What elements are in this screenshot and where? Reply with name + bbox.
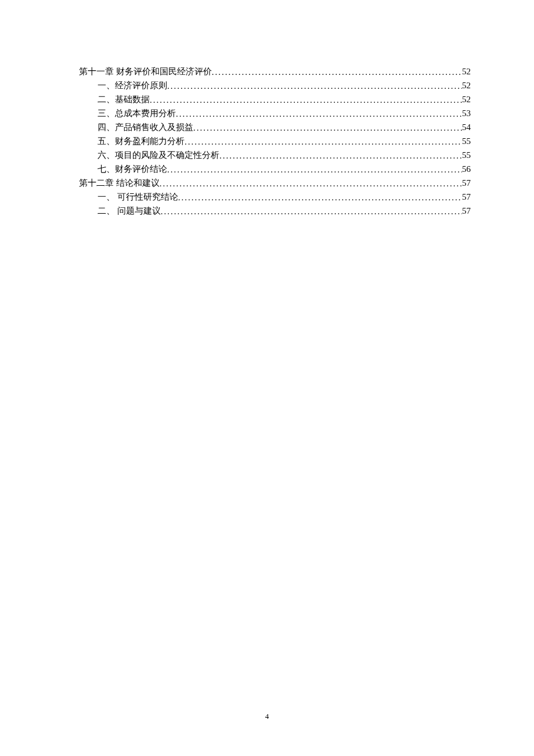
toc-leader-dots xyxy=(150,96,462,105)
toc-label: 二、基础数据 xyxy=(98,95,150,104)
toc-page-number: 57 xyxy=(462,179,471,188)
toc-label: 三、总成本费用分析 xyxy=(98,109,176,118)
toc-label: 一、 可行性研究结论 xyxy=(98,193,178,201)
page-footer-number: 4 xyxy=(0,712,534,721)
toc-entry: 二、 问题与建议 57 xyxy=(98,207,471,215)
toc-leader-dots xyxy=(160,179,462,188)
toc-label: 一、经济评价原则 xyxy=(98,81,167,90)
toc-entry: 二、基础数据 52 xyxy=(98,95,471,104)
toc-entry: 三、总成本费用分析 53 xyxy=(98,109,471,118)
toc-leader-dots xyxy=(193,124,462,132)
toc-entry: 四、产品销售收入及损益 54 xyxy=(98,123,471,132)
toc-page-number: 55 xyxy=(462,151,471,160)
toc-leader-dots xyxy=(161,207,462,216)
toc-entry: 第十一章 财务评价和国民经济评价 52 xyxy=(79,67,471,76)
toc-entry: 七、财务评价结论 56 xyxy=(98,165,471,174)
toc-page-number: 53 xyxy=(462,109,471,118)
toc-entry: 五、财务盈利能力分析 55 xyxy=(98,137,471,146)
toc-leader-dots xyxy=(167,165,462,174)
toc-leader-dots xyxy=(176,110,462,118)
toc-page-number: 56 xyxy=(462,165,471,174)
document-page: 第十一章 财务评价和国民经济评价 52 一、经济评价原则 52 二、基础数据 5… xyxy=(0,0,534,215)
toc-label: 五、财务盈利能力分析 xyxy=(98,137,185,146)
toc-page-number: 57 xyxy=(462,193,471,201)
toc-page-number: 55 xyxy=(462,137,471,146)
toc-label: 六、项目的风险及不确定性分析 xyxy=(98,151,219,160)
toc-page-number: 57 xyxy=(462,207,471,215)
toc-entry: 六、项目的风险及不确定性分析 55 xyxy=(98,151,471,160)
toc-page-number: 52 xyxy=(462,95,471,104)
toc-label: 四、产品销售收入及损益 xyxy=(98,123,193,132)
toc-label: 七、财务评价结论 xyxy=(98,165,167,174)
toc-leader-dots xyxy=(219,152,462,160)
toc-leader-dots xyxy=(178,193,462,202)
toc-label: 二、 问题与建议 xyxy=(98,207,161,215)
toc-entry: 一、经济评价原则 52 xyxy=(98,81,471,90)
toc-label: 第十二章 结论和建议 xyxy=(79,179,160,188)
toc-leader-dots xyxy=(167,82,462,91)
toc-label: 第十一章 财务评价和国民经济评价 xyxy=(79,67,212,76)
toc-page-number: 52 xyxy=(462,67,471,76)
toc-leader-dots xyxy=(212,68,462,77)
toc-entry: 一、 可行性研究结论 57 xyxy=(98,193,471,201)
toc-page-number: 54 xyxy=(462,123,471,132)
toc-leader-dots xyxy=(185,138,462,146)
toc-page-number: 52 xyxy=(462,81,471,90)
toc-entry: 第十二章 结论和建议 57 xyxy=(79,179,471,188)
table-of-contents: 第十一章 财务评价和国民经济评价 52 一、经济评价原则 52 二、基础数据 5… xyxy=(79,67,471,215)
